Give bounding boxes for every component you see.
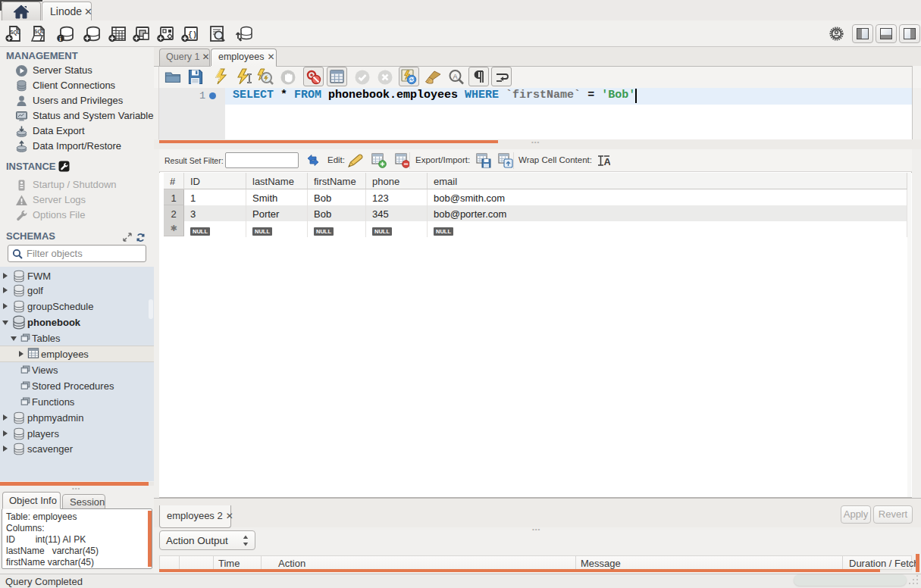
svg-text:SQL: SQL xyxy=(34,29,45,35)
svg-text:A: A xyxy=(453,73,458,80)
svg-text:SQL: SQL xyxy=(10,30,20,36)
svg-text:{): {) xyxy=(188,31,197,39)
svg-text:A: A xyxy=(604,156,611,167)
